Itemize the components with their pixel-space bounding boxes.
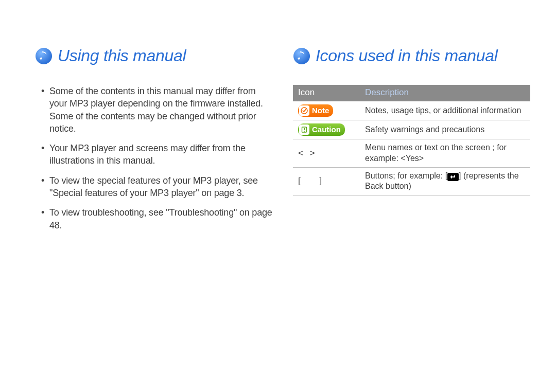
svg-rect-4	[304, 128, 305, 130]
header-description: Description	[360, 85, 530, 101]
caution-badge-label: Caution	[312, 124, 341, 135]
list-item: Your MP3 player and screens may differ f…	[40, 142, 272, 167]
table-row: Caution Safety warnings and precautions	[293, 120, 530, 139]
right-title: Icons used in this manual	[316, 46, 498, 65]
list-item: To view the special features of your MP3…	[40, 174, 272, 200]
list-item: Some of the contents in this manual may …	[40, 85, 272, 135]
desc-cell: Notes, usage tips, or additional informa…	[360, 101, 530, 120]
left-bullet-list: Some of the contents in this manual may …	[35, 85, 272, 231]
note-badge: Note	[298, 104, 333, 117]
left-heading: Using this manual	[35, 46, 272, 65]
note-badge-label: Note	[312, 105, 329, 116]
desc-cell: Buttons; for example: [] (represents the…	[360, 167, 530, 195]
table-header-row: Icon Description	[293, 85, 530, 101]
desc-cell: Menu names or text on the screen ; for e…	[360, 139, 530, 168]
svg-point-1	[293, 48, 310, 64]
list-item: To view troubleshooting, see "Troublesho…	[40, 206, 272, 231]
back-button-icon	[447, 173, 459, 181]
svg-point-0	[36, 48, 52, 64]
right-heading: Icons used in this manual	[293, 46, 530, 65]
caution-badge-icon	[299, 124, 309, 135]
icon-cell-angle-brackets: < >	[293, 139, 360, 168]
square-bracket-symbol: [ ]	[298, 176, 330, 186]
svg-rect-5	[304, 131, 305, 132]
icons-table: Icon Description N	[293, 85, 530, 195]
music-note-icon	[293, 47, 310, 65]
right-column: Icons used in this manual Icon Descripti…	[293, 46, 530, 239]
icon-cell-note: Note	[293, 101, 360, 120]
header-icon: Icon	[293, 85, 360, 101]
table-row: < > Menu names or text on the screen ; f…	[293, 139, 530, 168]
left-title: Using this manual	[58, 46, 186, 65]
icon-cell-caution: Caution	[293, 120, 360, 139]
caution-badge: Caution	[298, 123, 345, 136]
table-row: Note Notes, usage tips, or additional in…	[293, 101, 530, 120]
desc-cell: Safety warnings and precautions	[360, 120, 530, 139]
left-column: Using this manual Some of the contents i…	[35, 46, 272, 239]
table-row: [ ] Buttons; for example: [] (represents…	[293, 167, 530, 195]
music-note-icon	[35, 47, 53, 65]
document-page: Using this manual Some of the contents i…	[0, 0, 556, 239]
desc-pre: Buttons; for example: [	[365, 171, 447, 180]
note-badge-icon	[299, 105, 309, 116]
icon-cell-square-brackets: [ ]	[293, 167, 360, 195]
angle-bracket-symbol: < >	[298, 148, 317, 158]
